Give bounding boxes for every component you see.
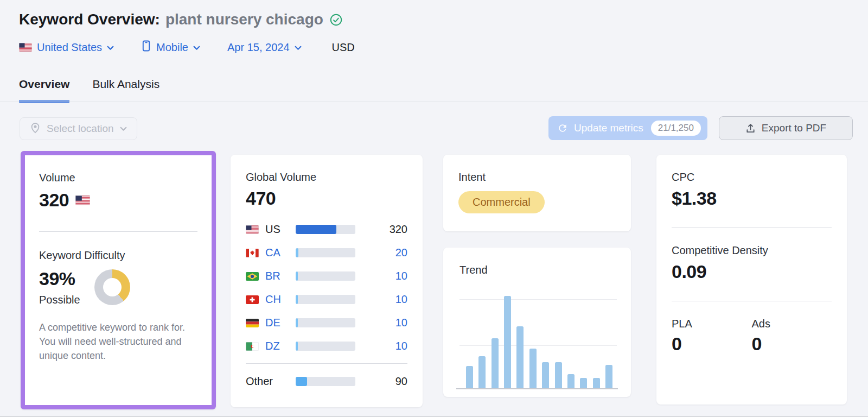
intent-label: Intent: [458, 171, 616, 184]
country-code-link[interactable]: CA: [265, 247, 289, 259]
trend-bar: [492, 338, 499, 388]
global-volume-row: US 320: [246, 218, 407, 241]
country-volume-bar: [296, 248, 355, 257]
trend-bar: [504, 296, 511, 388]
tabs-divider: [0, 102, 868, 102]
global-volume-value: 470: [246, 188, 407, 209]
quota-badge: 21/1,250: [651, 121, 701, 136]
us-flag-icon: [75, 195, 90, 205]
date-dropdown[interactable]: Apr 15, 2024: [227, 41, 302, 54]
trend-bar: [605, 365, 612, 388]
divider: [672, 228, 832, 228]
trend-card: Trend: [443, 248, 631, 397]
date-dropdown-label: Apr 15, 2024: [227, 41, 290, 54]
country-volume-value[interactable]: 320: [390, 223, 407, 236]
other-label: Other: [246, 375, 296, 388]
ch-flag-icon: [246, 295, 259, 304]
pla-value: 0: [672, 333, 752, 355]
trend-bar: [593, 378, 600, 388]
intent-card: Intent Commercial: [443, 155, 631, 231]
country-code-link[interactable]: BR: [265, 270, 289, 282]
global-volume-row: CH 10: [246, 288, 407, 311]
intent-badge: Commercial: [458, 191, 545, 213]
country-code-link[interactable]: DE: [265, 317, 289, 329]
trend-bar: [516, 326, 524, 388]
tab-bar: Overview Bulk Analysis: [19, 78, 159, 103]
trend-bar: [555, 362, 562, 388]
country-dropdown[interactable]: United States: [19, 41, 114, 54]
location-pin-icon: [30, 122, 41, 136]
de-flag-icon: [246, 319, 259, 327]
country-volume-value[interactable]: 10: [395, 340, 407, 352]
mobile-icon: [141, 40, 151, 54]
select-location-dropdown[interactable]: Select location: [20, 117, 137, 140]
other-volume-value: 90: [395, 375, 407, 388]
chevron-down-icon: [193, 46, 200, 50]
filters-row: United States Mobile Apr 15, 2024 USD: [19, 39, 355, 55]
ca-flag-icon: [246, 249, 259, 257]
country-volume-value[interactable]: 10: [395, 270, 407, 282]
global-volume-row: DZ 10: [246, 334, 407, 358]
keyword-difficulty-label: Keyword Difficulty: [39, 249, 197, 262]
divider: [246, 363, 407, 364]
other-volume-fill: [296, 377, 307, 386]
page-title: Keyword Overview: plant nursery chicago: [19, 11, 342, 28]
keyword-text: plant nursery chicago: [165, 11, 323, 28]
kd-donut: [94, 269, 130, 305]
other-volume-bar: [296, 377, 355, 386]
ads-label: Ads: [752, 318, 832, 330]
tab-bulk-analysis[interactable]: Bulk Analysis: [92, 78, 159, 103]
check-circle-icon: [330, 14, 342, 26]
country-code-link[interactable]: CH: [265, 293, 289, 306]
volume-label: Volume: [39, 172, 197, 184]
country-volume-value[interactable]: 10: [395, 317, 407, 329]
br-flag-icon: [246, 272, 259, 281]
country-code-link[interactable]: US: [265, 223, 289, 236]
country-volume-bar: [296, 342, 355, 351]
chevron-down-icon: [120, 127, 127, 131]
country-dropdown-label: United States: [37, 41, 102, 54]
country-volume-value[interactable]: 20: [395, 247, 407, 259]
global-volume-row: BR 10: [246, 264, 407, 288]
country-code-link[interactable]: DZ: [265, 340, 289, 352]
refresh-icon: [557, 123, 568, 134]
keyword-difficulty-value: 39%: [39, 268, 80, 289]
country-volume-bar: [296, 318, 355, 327]
global-volume-row: DE 10: [246, 311, 407, 334]
cpc-label: CPC: [672, 171, 832, 184]
trend-bar: [542, 362, 549, 388]
currency-label: USD: [332, 41, 355, 54]
keyword-difficulty-description: A competitive keyword to rank for. You w…: [39, 320, 197, 363]
other-volume-row: Other 90: [246, 369, 407, 393]
update-metrics-button[interactable]: Update metrics 21/1,250: [548, 116, 707, 140]
global-volume-row: CA 20: [246, 241, 407, 264]
us-flag-icon: [246, 225, 259, 234]
chevron-down-icon: [295, 46, 302, 50]
device-dropdown[interactable]: Mobile: [141, 40, 200, 54]
trend-bar: [567, 374, 575, 388]
dz-flag-icon: [246, 342, 259, 351]
chevron-down-icon: [107, 46, 114, 50]
page-title-label: Keyword Overview:: [19, 11, 160, 28]
global-volume-label: Global Volume: [246, 171, 407, 184]
country-volume-bar: [296, 225, 355, 234]
divider: [39, 231, 197, 232]
trend-bar: [529, 349, 537, 388]
global-volume-card: Global Volume 470 US 320 CA 20 BR 10 CH …: [231, 155, 423, 407]
keyword-difficulty-rating: Possible: [39, 294, 80, 306]
keyword-overview-page: Keyword Overview: plant nursery chicago …: [0, 0, 868, 417]
country-volume-bar: [296, 271, 355, 281]
pla-label: PLA: [672, 318, 752, 330]
volume-value: 320: [39, 189, 69, 211]
trend-bar: [580, 378, 587, 388]
export-to-pdf-button[interactable]: Export to PDF: [719, 116, 853, 140]
trend-label: Trend: [459, 264, 617, 276]
export-icon: [745, 123, 756, 134]
tab-overview[interactable]: Overview: [19, 78, 69, 103]
trend-baseline: [456, 388, 618, 389]
trend-plot: [466, 290, 612, 388]
volume-card: Volume 320 Keyword Difficulty 39% Possib…: [21, 151, 216, 409]
country-volume-value[interactable]: 10: [395, 293, 407, 306]
country-volume-bar: [296, 295, 355, 304]
update-metrics-label: Update metrics: [574, 122, 643, 134]
